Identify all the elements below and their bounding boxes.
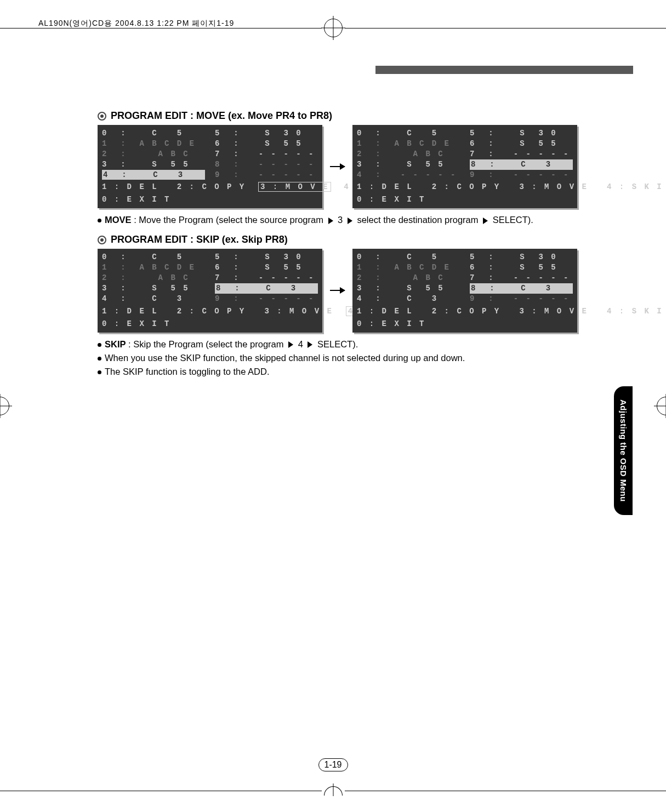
skip-description-2: When you use the SKIP function, the skip… [98, 352, 577, 364]
arrow-right-icon [330, 166, 345, 167]
osd-row: 4 : C 3 [102, 294, 205, 304]
osd-row: 3 : S 5 5 [357, 283, 460, 294]
crop-mark-right [657, 397, 666, 415]
osd-panel: 0 : C 51 : A B C D E2 : A B C3 : S 5 54 … [98, 125, 322, 208]
osd-row: 8 : C 3 [215, 283, 318, 294]
osd-row: 1 : A B C D E [357, 139, 460, 149]
move-description: MOVE : Move the Program (select the sour… [98, 214, 577, 226]
osd-row: 4 : C 3 [102, 170, 205, 180]
osd-row: 6 : S 5 5 [470, 262, 573, 273]
osd-row: 4 : C 3 [357, 294, 460, 304]
move-panels: 0 : C 51 : A B C D E2 : A B C3 : S 5 54 … [98, 125, 577, 208]
section-title-text: PROGRAM EDIT : MOVE (ex. Move PR4 to PR8… [111, 110, 332, 122]
osd-row: 2 : A B C [357, 149, 460, 159]
crop-mark-left [0, 397, 9, 415]
osd-row: 3 : S 5 5 [357, 159, 460, 170]
triangle-right-icon [328, 218, 333, 224]
page-number: 1-19 [318, 758, 348, 771]
skip-panels: 0 : C 51 : A B C D E2 : A B C3 : S 5 54 … [98, 249, 577, 332]
osd-panel: 0 : C 51 : A B C D E2 : A B C3 : S 5 54 … [352, 249, 577, 332]
osd-row: 7 : - - - - - [470, 273, 573, 283]
osd-row: 5 : S 3 0 [215, 128, 318, 139]
target-icon [98, 236, 106, 244]
osd-row: 6 : S 5 5 [470, 139, 573, 149]
skip-description-1: SKIP : Skip the Program (select the prog… [98, 338, 577, 351]
triangle-right-icon [348, 218, 352, 224]
print-header: AL190N(영어)CD용 2004.8.13 1:22 PM 페이지1-19 [38, 19, 234, 28]
osd-row: 8 : C 3 [470, 283, 573, 294]
osd-row: 1 : A B C D E [357, 262, 460, 273]
side-tab: Adjusting the OSD Menu [614, 386, 633, 515]
section-title-text: PROGRAM EDIT : SKIP (ex. Skip PR8) [111, 234, 288, 245]
osd-row: 0 : C 5 [357, 252, 460, 262]
osd-row: 2 : A B C [357, 273, 460, 283]
osd-row: 3 : S 5 5 [102, 159, 205, 170]
osd-row: 5 : S 3 0 [470, 128, 573, 139]
osd-row: 5 : S 3 0 [470, 252, 573, 262]
osd-row: 7 : - - - - - [215, 149, 318, 159]
osd-row: 3 : S 5 5 [102, 283, 205, 294]
osd-row: 1 : A B C D E [102, 139, 205, 149]
triangle-right-icon [288, 341, 293, 348]
header-bar [375, 66, 633, 74]
osd-row: 5 : S 3 0 [215, 252, 318, 262]
osd-panel: 0 : C 51 : A B C D E2 : A B C3 : S 5 54 … [352, 125, 577, 208]
osd-row: 0 : C 5 [357, 128, 460, 139]
osd-row: 6 : S 5 5 [215, 262, 318, 273]
osd-row: 1 : A B C D E [102, 262, 205, 273]
crop-mark-bottom [0, 786, 666, 796]
osd-row: 2 : A B C [102, 149, 205, 159]
triangle-right-icon [308, 341, 312, 348]
osd-row: 9 : - - - - - [215, 170, 318, 180]
osd-row: 7 : - - - - - [470, 149, 573, 159]
osd-row: 4 : - - - - - [357, 170, 460, 180]
section-title-move: PROGRAM EDIT : MOVE (ex. Move PR4 to PR8… [98, 110, 577, 122]
osd-row: 7 : - - - - - [215, 273, 318, 283]
target-icon [98, 112, 106, 121]
osd-row: 2 : A B C [102, 273, 205, 283]
osd-row: 8 : - - - - - [215, 159, 318, 170]
osd-row: 8 : C 3 [470, 159, 573, 170]
section-title-skip: PROGRAM EDIT : SKIP (ex. Skip PR8) [98, 234, 577, 245]
osd-panel: 0 : C 51 : A B C D E2 : A B C3 : S 5 54 … [98, 249, 322, 332]
triangle-right-icon [483, 218, 488, 224]
arrow-right-icon [330, 290, 345, 291]
osd-row: 0 : C 5 [102, 252, 205, 262]
osd-row: 0 : C 5 [102, 128, 205, 139]
osd-row: 6 : S 5 5 [215, 139, 318, 149]
skip-description-3: The SKIP function is toggling to the ADD… [98, 365, 577, 378]
osd-row: 9 : - - - - - [215, 294, 318, 304]
osd-row: 9 : - - - - - [470, 170, 573, 180]
osd-row: 9 : - - - - - [470, 294, 573, 304]
